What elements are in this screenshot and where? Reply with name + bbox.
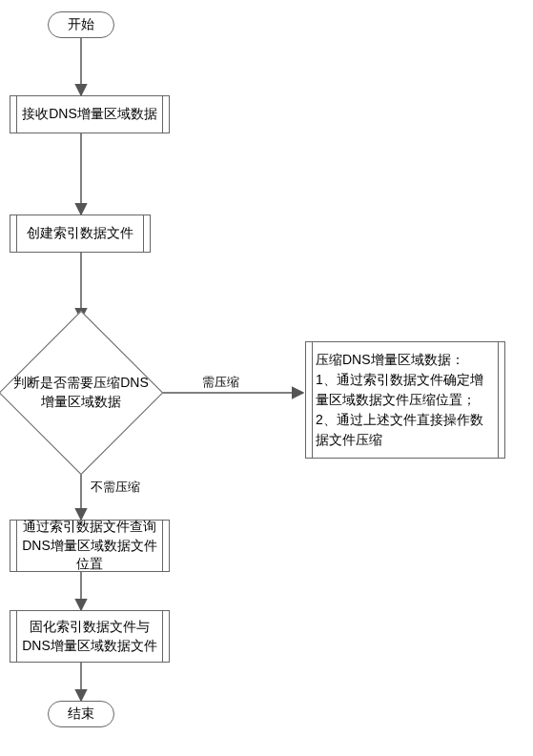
process-create-index-text: 创建索引数据文件: [27, 224, 133, 243]
start-label: 开始: [68, 15, 94, 34]
start-node: 开始: [48, 11, 114, 38]
side-line2: 1、通过索引数据文件确定增量区域数据文件压缩位置；: [316, 370, 495, 410]
end-label: 结束: [68, 705, 94, 724]
process-create-index: 创建索引数据文件: [10, 215, 151, 253]
decision-text: 判断是否需要压缩DNS增量区域数据: [10, 374, 153, 411]
process-query-index: 通过索引数据文件查询DNS增量区域数据文件位置: [10, 520, 170, 572]
process-query-index-text: 通过索引数据文件查询DNS增量区域数据文件位置: [20, 518, 159, 574]
process-receive-dns: 接收DNS增量区域数据: [10, 95, 170, 133]
side-line1: 压缩DNS增量区域数据：: [316, 350, 495, 370]
process-persist-files-text: 固化索引数据文件与DNS增量区域数据文件: [20, 618, 159, 655]
process-compress-dns: 压缩DNS增量区域数据： 1、通过索引数据文件确定增量区域数据文件压缩位置； 2…: [305, 341, 505, 459]
process-receive-dns-text: 接收DNS增量区域数据: [22, 105, 157, 124]
edge-label-yes: 需压缩: [202, 374, 239, 391]
side-line3: 2、通过上述文件直接操作数据文件压缩: [316, 410, 495, 450]
process-persist-files: 固化索引数据文件与DNS增量区域数据文件: [10, 610, 170, 663]
edge-label-no: 不需压缩: [91, 479, 140, 496]
end-node: 结束: [48, 701, 114, 727]
